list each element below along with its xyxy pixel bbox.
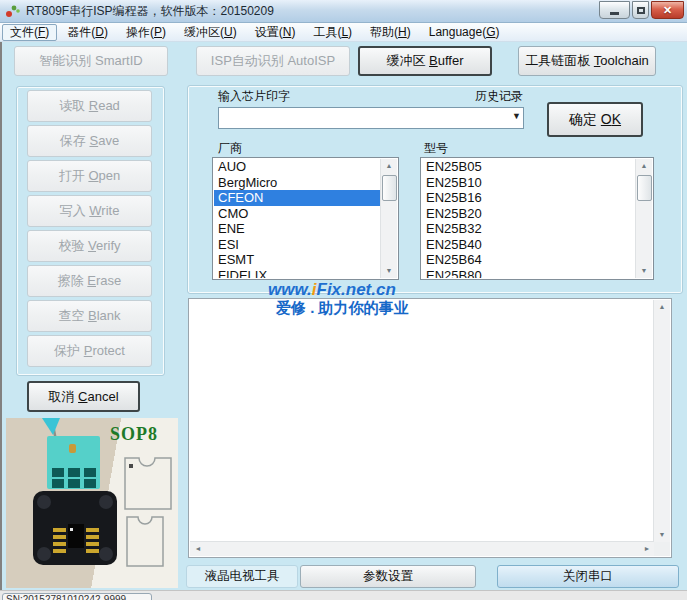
model-item[interactable]: EN25B64 <box>422 252 636 268</box>
manufacturer-list[interactable]: AUOBergMicroCFEONCMOENEESIESMTFIDELIX ▲ … <box>212 157 399 280</box>
scroll-up-icon[interactable]: ▲ <box>654 300 670 314</box>
erase-button[interactable]: 擦除 Erase <box>27 265 152 297</box>
smart-id-button[interactable]: 智能识别 SmartID <box>14 46 168 76</box>
watermark-url: www.iFix.net.cn <box>268 280 396 300</box>
save-button[interactable]: 保存 Save <box>27 125 152 157</box>
title-bar: RT809F串行ISP编程器，软件版本：20150209 ✕ <box>0 0 687 23</box>
buffer-button[interactable]: 缓冲区 Buffer <box>358 46 492 76</box>
model-item[interactable]: EN25B16 <box>422 190 636 206</box>
close-button[interactable]: ✕ <box>651 1 684 19</box>
scroll-up-icon[interactable]: ▲ <box>381 159 397 173</box>
chevron-down-icon[interactable]: ▼ <box>512 111 521 121</box>
manufacturer-item[interactable]: ESI <box>214 237 381 253</box>
scrollbar-thumb[interactable] <box>637 175 652 201</box>
chip-input-combo: ▼ <box>218 107 524 129</box>
model-item[interactable]: EN25B05 <box>422 159 636 175</box>
manufacturer-item[interactable]: CMO <box>214 206 381 222</box>
manufacturer-item[interactable]: BergMicro <box>214 175 381 191</box>
scroll-down-icon[interactable]: ▼ <box>636 264 652 278</box>
watermark-slogan: 爱修 . 助力你的事业 <box>276 299 409 318</box>
watermark-url-pre: www. <box>268 280 312 299</box>
scroll-left-icon[interactable]: ◄ <box>190 542 206 556</box>
history-label: 历史记录 <box>455 89 523 103</box>
minimize-icon <box>610 12 619 15</box>
model-item[interactable]: EN25B10 <box>422 175 636 191</box>
menu-device[interactable]: 器件(D) <box>59 24 116 41</box>
log-hscrollbar[interactable]: ◄ ► <box>190 541 654 556</box>
maximize-button[interactable] <box>632 1 649 19</box>
open-button[interactable]: 打开 Open <box>27 160 152 192</box>
verify-button[interactable]: 校验 Verify <box>27 230 152 262</box>
window-title: RT809F串行ISP编程器，软件版本：20150209 <box>26 0 274 22</box>
ok-button[interactable]: 确定 OK <box>547 102 643 137</box>
model-scrollbar[interactable]: ▲ ▼ <box>635 159 652 278</box>
sidebar-buttons: 读取 Read保存 Save打开 Open写入 Write校验 Verify擦除… <box>27 90 152 370</box>
serial-number-partial: SN:20152781010242-9999 <box>2 593 152 600</box>
manufacturer-item[interactable]: CFEON <box>214 190 381 206</box>
menu-language[interactable]: Language(G) <box>421 24 508 41</box>
manufacturer-item[interactable]: AUO <box>214 159 381 175</box>
scroll-down-icon[interactable]: ▼ <box>654 528 670 542</box>
menu-buffer[interactable]: 缓冲区(U) <box>176 24 245 41</box>
adapter-caption: SOP8 <box>110 424 158 445</box>
toolchain-button[interactable]: 工具链面板 Toolchain <box>518 46 656 76</box>
read-button[interactable]: 读取 Read <box>27 90 152 122</box>
watermark-url-post: Fix.net.cn <box>317 280 396 299</box>
window-controls: ✕ <box>599 1 684 20</box>
menu-file[interactable]: 文件(F) <box>2 24 57 41</box>
cancel-button[interactable]: 取消 Cancel <box>27 381 140 412</box>
app-window: RT809F串行ISP编程器，软件版本：20150209 ✕ 文件(F)器件(D… <box>0 0 687 600</box>
menu-help[interactable]: 帮助(H) <box>362 24 419 41</box>
param-settings-button[interactable]: 参数设置 <box>300 565 476 588</box>
menu-operate[interactable]: 操作(P) <box>118 24 174 41</box>
manufacturer-scrollbar[interactable]: ▲ ▼ <box>380 159 397 278</box>
maximize-icon <box>637 7 645 14</box>
scrollbar-corner <box>654 542 670 556</box>
app-icon <box>5 3 20 18</box>
log-area[interactable]: ▲ ▼ ◄ ► <box>188 298 672 558</box>
scrollbar-thumb[interactable] <box>382 175 397 201</box>
menu-bar: 文件(F)器件(D)操作(P)缓冲区(U)设置(N)工具(L)帮助(H)Lang… <box>0 23 687 42</box>
protect-button[interactable]: 保护 Protect <box>27 335 152 367</box>
manufacturer-item[interactable]: ESMT <box>214 252 381 268</box>
minimize-button[interactable] <box>599 1 630 19</box>
model-item[interactable]: EN25B32 <box>422 221 636 237</box>
desktop-edge <box>0 42 2 600</box>
chip-input-label: 输入芯片印字 <box>218 89 290 103</box>
blank-button[interactable]: 查空 Blank <box>27 300 152 332</box>
scroll-up-icon[interactable]: ▲ <box>636 159 652 173</box>
scroll-right-icon[interactable]: ► <box>640 542 654 556</box>
write-button[interactable]: 写入 Write <box>27 195 152 227</box>
manufacturer-item[interactable]: ENE <box>214 221 381 237</box>
model-item[interactable]: EN25B20 <box>422 206 636 222</box>
menu-tools[interactable]: 工具(L) <box>305 24 360 41</box>
model-label: 型号 <box>424 141 448 155</box>
menu-settings[interactable]: 设置(N) <box>247 24 304 41</box>
manufacturer-label: 厂商 <box>218 141 242 155</box>
log-vscrollbar[interactable]: ▲ ▼ <box>653 300 670 542</box>
model-list[interactable]: EN25B05EN25B10EN25B16EN25B20EN25B32EN25B… <box>420 157 654 280</box>
manufacturer-item[interactable]: FIDELIX <box>214 268 381 279</box>
adapter-photo: SOP8 <box>6 418 178 588</box>
close-serial-button[interactable]: 关闭串口 <box>497 565 679 588</box>
chip-input-field[interactable] <box>220 109 510 127</box>
model-item[interactable]: EN25B80 <box>422 268 636 279</box>
model-item[interactable]: EN25B40 <box>422 237 636 253</box>
scroll-down-icon[interactable]: ▼ <box>381 264 397 278</box>
auto-isp-button[interactable]: ISP自动识别 AutoISP <box>196 46 350 76</box>
lcd-tv-tools-button[interactable]: 液晶电视工具 <box>186 565 298 588</box>
